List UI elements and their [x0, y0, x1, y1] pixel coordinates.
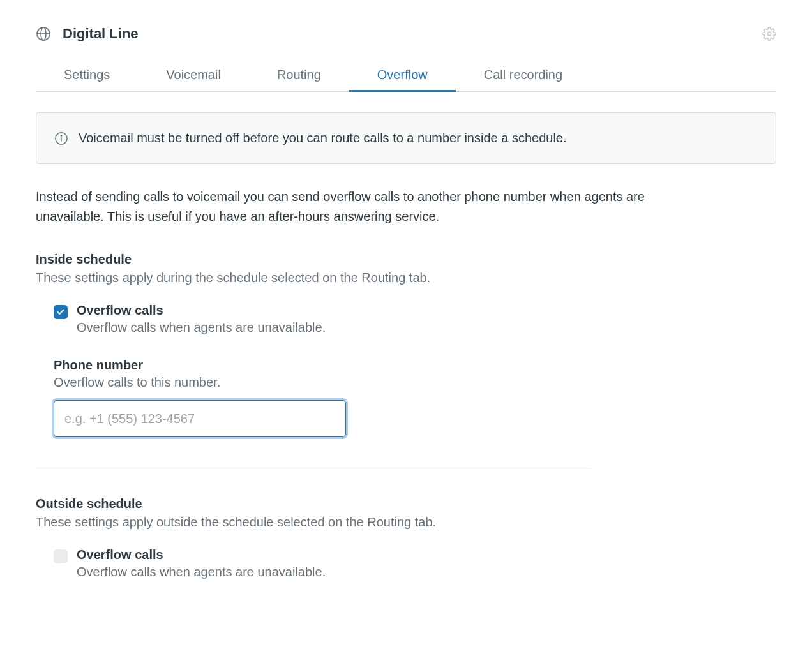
- page-header: Digital Line: [36, 26, 776, 42]
- inside-overflow-checkbox[interactable]: [54, 305, 68, 319]
- inside-overflow-row: Overflow calls Overflow calls when agent…: [54, 303, 776, 335]
- globe-icon: [36, 26, 51, 41]
- tab-settings[interactable]: Settings: [36, 60, 138, 91]
- outside-overflow-label: Overflow calls: [77, 548, 326, 562]
- info-banner-text: Voicemail must be turned off before you …: [79, 131, 567, 145]
- svg-point-3: [767, 32, 771, 36]
- outside-overflow-row: Overflow calls Overflow calls when agent…: [54, 548, 776, 579]
- tab-call-recording[interactable]: Call recording: [456, 60, 590, 91]
- page-title: Digital Line: [63, 26, 139, 42]
- info-banner: Voicemail must be turned off before you …: [36, 112, 776, 164]
- section-divider: [36, 468, 591, 468]
- inside-overflow-label: Overflow calls: [77, 303, 326, 318]
- header-left: Digital Line: [36, 26, 139, 42]
- tab-overflow[interactable]: Overflow: [349, 60, 456, 91]
- inside-overflow-desc: Overflow calls when agents are unavailab…: [77, 320, 326, 335]
- phone-number-input[interactable]: [54, 400, 346, 437]
- info-icon: [54, 131, 68, 145]
- inside-schedule-section: Inside schedule These settings apply dur…: [36, 252, 776, 437]
- phone-number-field-group: Phone number Overflow calls to this numb…: [54, 358, 776, 437]
- outside-overflow-checkbox[interactable]: [54, 549, 68, 563]
- inside-overflow-content: Overflow calls Overflow calls when agent…: [77, 303, 326, 335]
- outside-schedule-section: Outside schedule These settings apply ou…: [36, 496, 776, 579]
- phone-number-desc: Overflow calls to this number.: [54, 375, 776, 390]
- outside-overflow-content: Overflow calls Overflow calls when agent…: [77, 548, 326, 579]
- inside-schedule-title: Inside schedule: [36, 252, 776, 267]
- phone-number-label: Phone number: [54, 358, 776, 373]
- outside-schedule-title: Outside schedule: [36, 496, 776, 511]
- tab-voicemail[interactable]: Voicemail: [138, 60, 249, 91]
- outside-schedule-subtitle: These settings apply outside the schedul…: [36, 515, 776, 530]
- svg-point-6: [61, 135, 61, 135]
- tab-routing[interactable]: Routing: [249, 60, 349, 91]
- outside-overflow-desc: Overflow calls when agents are unavailab…: [77, 565, 326, 579]
- intro-text: Instead of sending calls to voicemail yo…: [36, 187, 712, 227]
- tabs: Settings Voicemail Routing Overflow Call…: [36, 60, 776, 92]
- inside-schedule-subtitle: These settings apply during the schedule…: [36, 271, 776, 285]
- gear-icon[interactable]: [762, 27, 776, 41]
